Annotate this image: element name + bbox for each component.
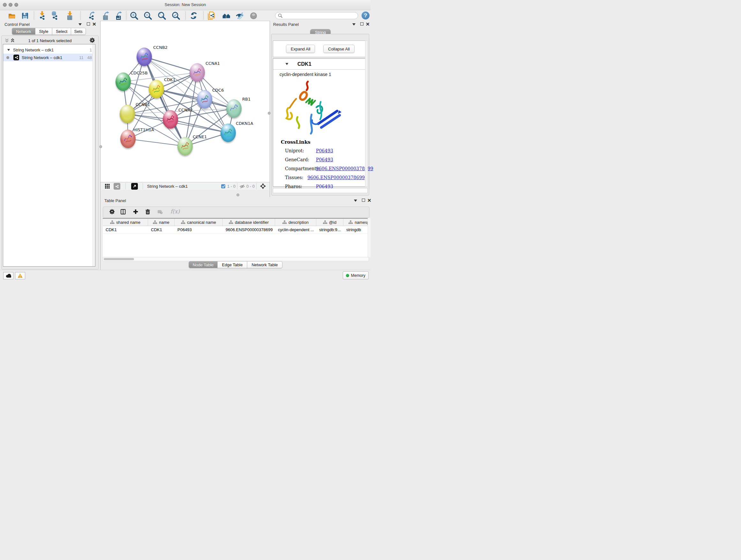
add-column-icon[interactable] xyxy=(133,209,138,214)
network-node-cdc6[interactable] xyxy=(197,90,212,109)
network-node-rb1[interactable] xyxy=(226,99,242,118)
network-node-ccna1[interactable] xyxy=(190,63,205,82)
crosslink-value-link[interactable]: P06493 xyxy=(316,157,333,162)
column-header--id[interactable]: @id xyxy=(316,219,343,226)
update-views-button[interactable] xyxy=(188,11,199,20)
search-icon xyxy=(278,13,282,18)
show-all-button[interactable] xyxy=(248,11,259,20)
table-cell: stringdb xyxy=(343,226,369,233)
panel-close-icon[interactable]: ✕ xyxy=(367,199,370,202)
search-input[interactable] xyxy=(284,13,351,18)
birds-eye-view-icon[interactable] xyxy=(131,183,138,190)
memory-button[interactable]: Memory xyxy=(343,271,368,279)
warnings-button[interactable] xyxy=(15,272,25,279)
scrollbar-thumb[interactable] xyxy=(104,258,134,260)
column-header-namespace[interactable]: namespace xyxy=(343,219,369,226)
column-header-canonical-name[interactable]: canonical name xyxy=(175,219,223,226)
tab-sets[interactable]: Sets xyxy=(71,28,86,35)
toolbar-separator xyxy=(34,11,34,20)
network-node-cdkn1a[interactable] xyxy=(220,124,236,142)
splitter-handle[interactable] xyxy=(237,193,239,196)
save-session-button[interactable] xyxy=(19,11,30,20)
crosslink-value-link[interactable]: 9606.ENSP00000378699 xyxy=(316,166,370,171)
panel-float-icon[interactable] xyxy=(87,22,90,25)
tab-style[interactable]: Style xyxy=(35,28,52,35)
tab-node-table[interactable]: Node Table xyxy=(189,261,218,268)
gear-icon[interactable] xyxy=(90,38,95,43)
network-node-ccne1[interactable] xyxy=(178,137,193,155)
clone-network-button[interactable] xyxy=(206,11,217,20)
delete-table-icon xyxy=(158,210,162,214)
tab-select[interactable]: Select xyxy=(52,28,71,35)
network-overview-icon[interactable] xyxy=(114,183,120,190)
network-tree: String Network – cdk1 1 String Network –… xyxy=(3,44,95,266)
crosslink-value-link[interactable]: 9606.ENSP00000378699 xyxy=(307,175,365,180)
collapse-all-button[interactable]: Collapse All xyxy=(323,45,354,53)
zoom-in-button[interactable] xyxy=(129,11,139,20)
network-node-ccna2[interactable] xyxy=(163,110,178,129)
first-neighbors-button[interactable] xyxy=(221,11,232,20)
network-node-cdc25b[interactable] xyxy=(116,72,131,91)
network-node-ccnb1[interactable] xyxy=(120,105,135,123)
export-table-button[interactable] xyxy=(100,11,111,20)
zoom-out-button[interactable] xyxy=(142,11,153,20)
table-panel-title: Table Panel xyxy=(105,198,126,203)
splitter-handle[interactable] xyxy=(268,112,271,115)
network-view-statusbar: String Network – cdk1 1 - 0 0 - 0 xyxy=(100,182,270,190)
network-canvas[interactable]: CCNB2CCNA1CDC25BCDK1CDC6RB1CCNB1CCNA2CDK… xyxy=(100,21,270,182)
selected-count: 1 - 0 xyxy=(227,184,235,189)
open-session-button[interactable] xyxy=(6,11,17,20)
column-header-shared-name[interactable]: shared name xyxy=(103,219,148,226)
selected-checkbox-icon[interactable] xyxy=(221,184,225,188)
network-node-hist1h1a[interactable] xyxy=(120,130,136,148)
gene-section-header[interactable]: CDK1 xyxy=(273,59,367,70)
search-field xyxy=(275,12,358,19)
panel-float-icon[interactable] xyxy=(360,22,363,25)
zoom-fit-button[interactable] xyxy=(156,11,167,20)
table-settings-gear-icon[interactable] xyxy=(110,209,115,214)
panel-close-icon[interactable]: ✕ xyxy=(366,23,370,26)
grid-view-icon[interactable] xyxy=(105,184,110,189)
splitter-handle[interactable] xyxy=(99,145,102,148)
table-toolbar: f(x) xyxy=(103,206,369,218)
tab-network[interactable]: Network xyxy=(12,28,36,35)
tab-network-table[interactable]: Network Table xyxy=(247,261,282,268)
hidden-eye-icon[interactable] xyxy=(240,184,245,189)
panel-menu-icon[interactable] xyxy=(352,23,355,25)
network-collection-row[interactable]: String Network – cdk1 1 xyxy=(3,46,95,54)
results-scrollbar[interactable] xyxy=(365,41,368,187)
tree-scrollbar[interactable] xyxy=(92,44,95,266)
cloud-button[interactable] xyxy=(3,272,13,279)
export-image-button[interactable] xyxy=(113,11,124,20)
column-header-database-identifier[interactable]: database identifier xyxy=(223,219,275,226)
delete-column-trash-icon[interactable] xyxy=(145,209,150,214)
expand-all-button[interactable]: Expand All xyxy=(286,45,315,53)
import-table-file-button[interactable] xyxy=(64,11,75,20)
import-network-database-button[interactable] xyxy=(49,11,60,20)
column-header-name[interactable]: name xyxy=(148,219,175,226)
panel-close-icon[interactable]: ✕ xyxy=(92,23,96,26)
crosslink-label: Uniprot: xyxy=(285,148,316,153)
collapse-arrow-icon[interactable] xyxy=(286,63,288,65)
network-node-ccnb2[interactable] xyxy=(137,48,152,66)
export-network-button[interactable] xyxy=(86,11,97,20)
help-button[interactable]: ? xyxy=(361,11,369,19)
panel-menu-icon[interactable] xyxy=(354,199,357,202)
table-horizontal-scrollbar[interactable] xyxy=(103,257,369,261)
collapse-arrow-icon[interactable] xyxy=(7,49,10,51)
network-row-selected[interactable]: String Network – cdk1 11 48 xyxy=(3,54,95,61)
table-row[interactable]: CDK1CDK1P064939606.ENSP00000378699cyclin… xyxy=(103,226,369,234)
panel-menu-icon[interactable] xyxy=(78,23,82,25)
panel-float-icon[interactable] xyxy=(362,199,365,202)
network-node-cdk1[interactable] xyxy=(149,80,164,98)
table-vertical-scrollbar[interactable] xyxy=(367,218,370,257)
hide-selected-button[interactable] xyxy=(234,11,245,20)
crosshair-icon[interactable] xyxy=(260,183,266,189)
crosslink-value-link[interactable]: P06493 xyxy=(316,148,333,153)
zoom-selected-button[interactable] xyxy=(171,11,181,20)
import-network-file-button[interactable] xyxy=(37,11,48,20)
node-label: CCNB2 xyxy=(153,45,167,50)
column-header-description[interactable]: description xyxy=(275,219,316,226)
show-columns-icon[interactable] xyxy=(121,209,126,214)
tab-edge-table[interactable]: Edge Table xyxy=(217,261,247,268)
